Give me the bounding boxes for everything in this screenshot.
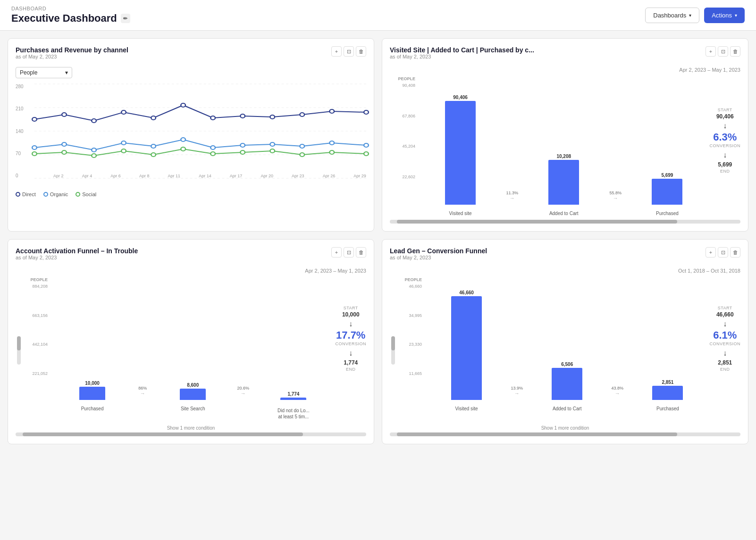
svg-point-27 [329,141,334,145]
svg-point-28 [364,143,369,147]
svg-point-15 [329,109,334,113]
svg-point-31 [92,154,96,158]
svg-point-7 [92,119,96,123]
bar-added-cart: 10,208 Added to Cart [521,76,606,205]
top-bar: DASHBOARD Executive Dashboard ✏ Dashboar… [0,0,756,31]
svg-point-39 [329,150,334,154]
legend-dot-social [76,192,80,197]
card1-title: Purchases and Revenue by channel [16,46,128,54]
svg-point-35 [210,152,215,156]
card3-actions: + ⊡ 🗑 [331,247,366,258]
bar-purchased: 5,699 Purchased [625,76,709,205]
card4-add-btn[interactable]: + [706,247,716,258]
legend-direct: Direct [16,191,36,197]
card3-y-axis: PEOPLE 884,208 663,156 442,104 221,052 [22,277,50,424]
y-axis-labels: 280 210 140 70 0 [16,84,32,188]
svg-point-30 [62,150,67,154]
card2-scrollbar[interactable] [390,220,740,224]
card4-connector-1: 13.9% → [508,386,525,400]
card3-delete-btn[interactable]: 🗑 [356,247,366,258]
card3-show-more[interactable]: Show 1 more condition [16,425,366,431]
card4-delete-btn[interactable]: 🗑 [730,247,740,258]
bar-added-cart-fill [548,160,579,205]
card4-actions: + ⊡ 🗑 [706,247,740,258]
card4-subtitle: as of May 2, 2023 [390,255,487,260]
svg-point-21 [151,144,156,148]
svg-point-18 [62,142,67,146]
card4-show-more[interactable]: Show 1 more condition [390,425,740,431]
card2-export-btn[interactable]: ⊡ [718,46,728,57]
dropdown-chevron: ▾ [65,69,68,76]
svg-point-23 [210,146,215,150]
connector-1: 11.3% → [503,191,521,205]
legend-dot-organic [43,192,48,197]
actions-button[interactable]: Actions ▾ [704,8,745,23]
svg-point-6 [62,113,67,116]
card1-actions: + ⊡ 🗑 [331,46,366,57]
card2-title: Visited Site | Added to Cart | Purchased… [390,46,534,54]
edit-icon[interactable]: ✏ [121,14,130,23]
page-title: Executive Dashboard ✏ [11,12,130,25]
card2-add-btn[interactable]: + [706,46,716,57]
card3-scrollbar[interactable] [16,432,366,436]
card3-header: Account Activation Funnel – In Trouble a… [16,247,366,266]
card3-export-btn[interactable]: ⊡ [344,247,354,258]
card1-export-btn[interactable]: ⊡ [344,46,354,57]
svg-point-33 [151,153,156,157]
legend-dot-direct [16,192,20,197]
svg-point-36 [240,150,245,154]
card4-export-btn[interactable]: ⊡ [718,247,728,258]
bar3-did-not: 1,774 Did not do Lo...at least 5 tim... [252,277,335,400]
bar4-purchased: 2,851 Purchased [626,277,709,400]
legend-social: Social [76,191,96,197]
dashboards-button[interactable]: Dashboards ▾ [645,8,699,23]
svg-point-20 [121,141,126,145]
people-dropdown[interactable]: People ▾ [16,67,72,78]
svg-point-9 [151,116,156,120]
card3-bars: 10,000 Purchased 86% → 8,600 Site Search [50,277,335,424]
card1-delete-btn[interactable]: 🗑 [356,46,366,57]
line-chart-svg [34,84,366,178]
card4-right-panel: START 46,660 ↓ 6.1% CONVERSION ↓ 2,851 E… [709,277,740,424]
dashboard-grid: Purchases and Revenue by channel as of M… [0,31,756,452]
purchases-revenue-card: Purchases and Revenue by channel as of M… [8,38,374,232]
bar-visited-site-fill [445,101,476,205]
card4-date-range: Oct 1, 2018 – Oct 31, 2018 [390,268,740,274]
svg-point-38 [300,153,304,157]
card3-add-btn[interactable]: + [331,247,342,258]
card2-subtitle: as of May 2, 2023 [390,54,534,59]
card4-y-axis: PEOPLE 46,660 34,995 23,330 11,665 [396,277,425,424]
card3-date-range: Apr 2, 2023 – May 1, 2023 [16,268,366,274]
card4-scrollbar[interactable] [390,432,740,436]
bar-purchased-fill [652,179,682,205]
svg-point-24 [240,143,245,147]
svg-point-40 [364,152,369,156]
card2-delete-btn[interactable]: 🗑 [730,46,740,57]
card4-scroll-left[interactable] [390,277,396,424]
card4-scrollbar-thumb [397,432,677,436]
card3-scroll-left[interactable] [16,277,22,424]
card3-right-panel: START 10,000 ↓ 17.7% CONVERSION ↓ 1,774 … [335,277,366,424]
card1-subtitle: as of May 2, 2023 [16,54,128,59]
bar4-added-cart: 6,506 Added to Cart [525,277,609,400]
svg-point-12 [240,114,245,118]
svg-point-10 [181,103,185,107]
card1-header: Purchases and Revenue by channel as of M… [16,46,366,65]
line-chart-area: 280 210 140 70 0 [16,84,366,188]
chart-plot: Apr 2 Apr 4 Apr 6 Apr 8 Apr 11 Apr 14 Ap… [34,84,366,178]
card4-funnel: PEOPLE 46,660 34,995 23,330 11,665 46,66… [390,277,740,424]
card2-date-range: Apr 2, 2023 – May 1, 2023 [390,67,740,73]
chart-legend: Direct Organic Social [16,191,366,197]
bar3-site-search: 8,600 Site Search [151,277,235,400]
card2-header: Visited Site | Added to Cart | Purchased… [390,46,740,65]
svg-point-17 [32,146,37,150]
breadcrumb: DASHBOARD [11,6,130,11]
svg-point-14 [300,113,304,116]
card4-connector-2: 43.8% → [609,386,626,400]
svg-point-34 [181,147,185,151]
card4-title: Lead Gen – Conversion Funnel [390,247,487,255]
card3-connector-1: 86% → [134,386,151,400]
svg-point-37 [270,149,275,153]
legend-organic: Organic [43,191,68,197]
card1-add-btn[interactable]: + [331,46,342,57]
